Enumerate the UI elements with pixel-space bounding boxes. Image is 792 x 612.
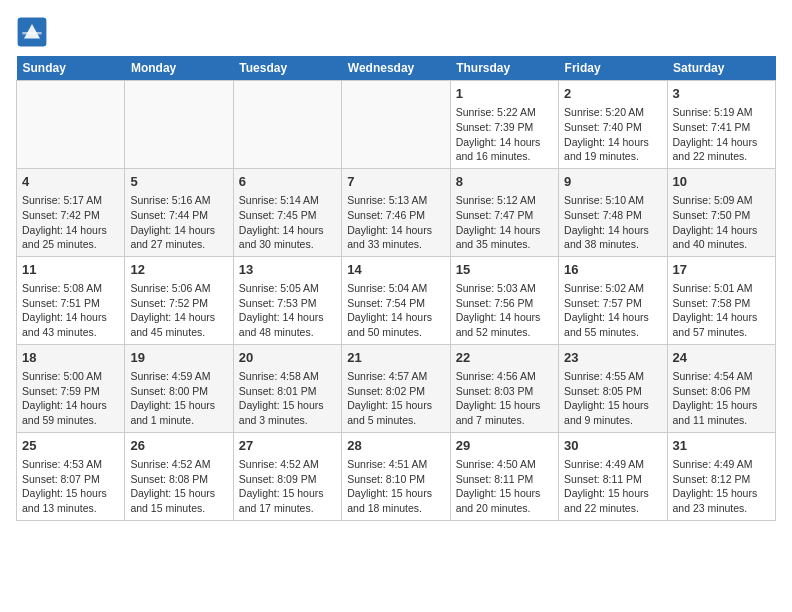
calendar-week-2: 4Sunrise: 5:17 AMSunset: 7:42 PMDaylight… xyxy=(17,168,776,256)
calendar-cell: 14Sunrise: 5:04 AMSunset: 7:54 PMDayligh… xyxy=(342,256,450,344)
calendar-cell: 3Sunrise: 5:19 AMSunset: 7:41 PMDaylight… xyxy=(667,81,775,169)
day-info: Daylight: 15 hours xyxy=(130,398,227,413)
calendar-cell: 8Sunrise: 5:12 AMSunset: 7:47 PMDaylight… xyxy=(450,168,558,256)
day-number: 22 xyxy=(456,349,553,367)
day-info: Daylight: 14 hours xyxy=(456,310,553,325)
header xyxy=(16,16,776,48)
day-info: and 1 minute. xyxy=(130,413,227,428)
day-info: and 30 minutes. xyxy=(239,237,336,252)
day-number: 19 xyxy=(130,349,227,367)
calendar-cell: 10Sunrise: 5:09 AMSunset: 7:50 PMDayligh… xyxy=(667,168,775,256)
day-info: Sunset: 8:07 PM xyxy=(22,472,119,487)
day-info: Sunset: 7:52 PM xyxy=(130,296,227,311)
day-number: 23 xyxy=(564,349,661,367)
day-header-thursday: Thursday xyxy=(450,56,558,81)
calendar-table: SundayMondayTuesdayWednesdayThursdayFrid… xyxy=(16,56,776,521)
calendar-cell: 30Sunrise: 4:49 AMSunset: 8:11 PMDayligh… xyxy=(559,432,667,520)
day-info: Sunrise: 5:13 AM xyxy=(347,193,444,208)
day-info: Sunset: 8:11 PM xyxy=(456,472,553,487)
day-info: Sunset: 7:46 PM xyxy=(347,208,444,223)
day-info: Sunrise: 4:59 AM xyxy=(130,369,227,384)
day-info: and 11 minutes. xyxy=(673,413,770,428)
day-number: 9 xyxy=(564,173,661,191)
day-info: and 16 minutes. xyxy=(456,149,553,164)
day-number: 4 xyxy=(22,173,119,191)
day-info: Sunset: 7:48 PM xyxy=(564,208,661,223)
calendar-cell: 31Sunrise: 4:49 AMSunset: 8:12 PMDayligh… xyxy=(667,432,775,520)
day-info: and 9 minutes. xyxy=(564,413,661,428)
day-number: 8 xyxy=(456,173,553,191)
day-info: Daylight: 15 hours xyxy=(130,486,227,501)
day-number: 6 xyxy=(239,173,336,191)
day-info: and 5 minutes. xyxy=(347,413,444,428)
day-info: Sunrise: 4:58 AM xyxy=(239,369,336,384)
calendar-cell: 5Sunrise: 5:16 AMSunset: 7:44 PMDaylight… xyxy=(125,168,233,256)
calendar-cell: 7Sunrise: 5:13 AMSunset: 7:46 PMDaylight… xyxy=(342,168,450,256)
day-info: Sunrise: 4:57 AM xyxy=(347,369,444,384)
day-number: 27 xyxy=(239,437,336,455)
day-info: Daylight: 14 hours xyxy=(673,223,770,238)
day-info: and 27 minutes. xyxy=(130,237,227,252)
day-number: 28 xyxy=(347,437,444,455)
day-info: Sunset: 7:40 PM xyxy=(564,120,661,135)
day-info: Daylight: 15 hours xyxy=(239,486,336,501)
day-info: Sunrise: 5:01 AM xyxy=(673,281,770,296)
day-info: and 33 minutes. xyxy=(347,237,444,252)
day-info: Sunrise: 5:04 AM xyxy=(347,281,444,296)
day-info: Sunrise: 5:12 AM xyxy=(456,193,553,208)
day-info: Sunset: 7:57 PM xyxy=(564,296,661,311)
day-info: Daylight: 15 hours xyxy=(347,486,444,501)
logo xyxy=(16,16,52,48)
calendar-cell: 17Sunrise: 5:01 AMSunset: 7:58 PMDayligh… xyxy=(667,256,775,344)
day-info: and 22 minutes. xyxy=(564,501,661,516)
day-number: 30 xyxy=(564,437,661,455)
day-info: Sunrise: 5:14 AM xyxy=(239,193,336,208)
day-info: and 20 minutes. xyxy=(456,501,553,516)
day-number: 2 xyxy=(564,85,661,103)
calendar-cell: 19Sunrise: 4:59 AMSunset: 8:00 PMDayligh… xyxy=(125,344,233,432)
day-info: and 13 minutes. xyxy=(22,501,119,516)
day-info: Daylight: 14 hours xyxy=(673,310,770,325)
day-number: 7 xyxy=(347,173,444,191)
day-info: Daylight: 14 hours xyxy=(130,310,227,325)
day-info: Sunrise: 5:19 AM xyxy=(673,105,770,120)
day-info: Sunset: 7:58 PM xyxy=(673,296,770,311)
day-info: and 57 minutes. xyxy=(673,325,770,340)
day-info: and 35 minutes. xyxy=(456,237,553,252)
day-info: and 22 minutes. xyxy=(673,149,770,164)
calendar-cell: 26Sunrise: 4:52 AMSunset: 8:08 PMDayligh… xyxy=(125,432,233,520)
day-info: Sunset: 7:42 PM xyxy=(22,208,119,223)
day-info: Sunrise: 5:22 AM xyxy=(456,105,553,120)
day-info: and 23 minutes. xyxy=(673,501,770,516)
day-info: and 43 minutes. xyxy=(22,325,119,340)
calendar-cell: 29Sunrise: 4:50 AMSunset: 8:11 PMDayligh… xyxy=(450,432,558,520)
day-info: Sunrise: 4:54 AM xyxy=(673,369,770,384)
day-info: Daylight: 15 hours xyxy=(22,486,119,501)
calendar-cell: 12Sunrise: 5:06 AMSunset: 7:52 PMDayligh… xyxy=(125,256,233,344)
day-info: Sunset: 7:39 PM xyxy=(456,120,553,135)
calendar-cell: 18Sunrise: 5:00 AMSunset: 7:59 PMDayligh… xyxy=(17,344,125,432)
day-info: and 19 minutes. xyxy=(564,149,661,164)
day-info: Sunset: 7:53 PM xyxy=(239,296,336,311)
day-info: Daylight: 14 hours xyxy=(239,310,336,325)
day-info: Daylight: 15 hours xyxy=(564,486,661,501)
calendar-cell: 22Sunrise: 4:56 AMSunset: 8:03 PMDayligh… xyxy=(450,344,558,432)
day-info: Sunrise: 4:51 AM xyxy=(347,457,444,472)
day-info: Daylight: 15 hours xyxy=(239,398,336,413)
day-info: Sunset: 8:08 PM xyxy=(130,472,227,487)
day-info: Sunset: 8:06 PM xyxy=(673,384,770,399)
calendar-cell: 27Sunrise: 4:52 AMSunset: 8:09 PMDayligh… xyxy=(233,432,341,520)
day-info: Daylight: 14 hours xyxy=(239,223,336,238)
day-info: Sunset: 7:56 PM xyxy=(456,296,553,311)
day-info: Sunrise: 5:16 AM xyxy=(130,193,227,208)
day-info: Sunrise: 5:06 AM xyxy=(130,281,227,296)
days-header-row: SundayMondayTuesdayWednesdayThursdayFrid… xyxy=(17,56,776,81)
calendar-cell: 25Sunrise: 4:53 AMSunset: 8:07 PMDayligh… xyxy=(17,432,125,520)
day-info: Sunset: 8:12 PM xyxy=(673,472,770,487)
day-number: 14 xyxy=(347,261,444,279)
day-number: 15 xyxy=(456,261,553,279)
day-info: Sunrise: 4:53 AM xyxy=(22,457,119,472)
day-number: 20 xyxy=(239,349,336,367)
logo-icon xyxy=(16,16,48,48)
day-info: Sunrise: 4:55 AM xyxy=(564,369,661,384)
